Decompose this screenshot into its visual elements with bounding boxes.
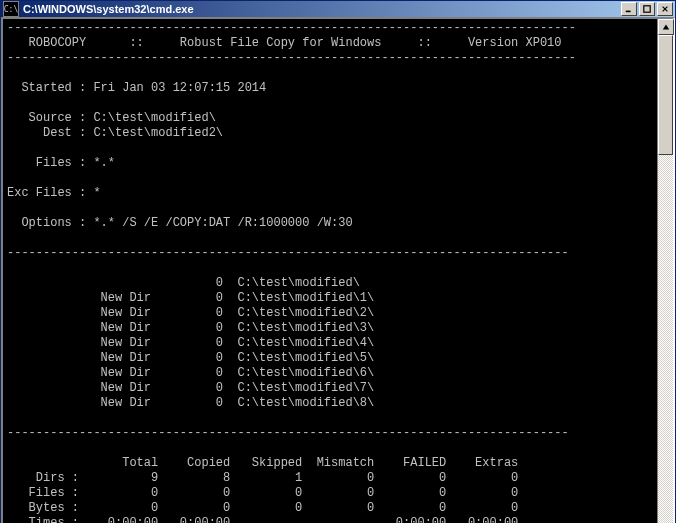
minimize-button[interactable]	[621, 2, 637, 16]
client-area: ----------------------------------------…	[1, 17, 675, 523]
svg-rect-1	[644, 6, 650, 12]
maximize-button[interactable]	[639, 2, 655, 16]
svg-marker-4	[663, 25, 669, 30]
console-output[interactable]: ----------------------------------------…	[3, 19, 657, 523]
scroll-up-button[interactable]	[658, 19, 674, 35]
titlebar[interactable]: C:\ C:\WINDOWS\system32\cmd.exe	[1, 1, 675, 17]
vertical-scrollbar[interactable]	[657, 19, 673, 523]
close-button[interactable]	[657, 2, 673, 16]
scroll-track[interactable]	[658, 35, 673, 523]
window-buttons	[621, 2, 673, 16]
cmd-window: C:\ C:\WINDOWS\system32\cmd.exe --------…	[0, 0, 676, 523]
svg-rect-0	[626, 11, 631, 13]
window-title: C:\WINDOWS\system32\cmd.exe	[23, 3, 621, 15]
scroll-thumb[interactable]	[658, 35, 673, 155]
app-icon: C:\	[3, 1, 19, 17]
